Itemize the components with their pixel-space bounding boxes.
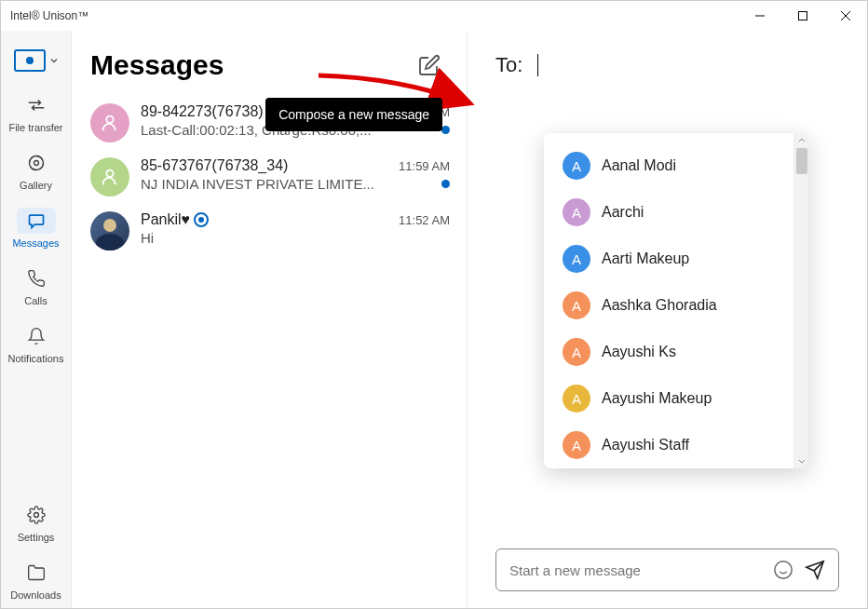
contact-avatar: A bbox=[563, 152, 590, 180]
file-transfer-icon bbox=[26, 95, 47, 115]
contact-avatar: A bbox=[563, 198, 590, 226]
avatar-photo bbox=[90, 211, 129, 250]
contact-name: Aayushi Makeup bbox=[602, 390, 712, 407]
emoji-icon bbox=[773, 560, 793, 580]
contacts-list[interactable]: AAanal ModiAAarchiAAarti MakeupAAashka G… bbox=[544, 133, 793, 468]
sidebar: File transfer Gallery Messages Calls Not… bbox=[1, 31, 72, 608]
contact-name: Aarti Makeup bbox=[602, 250, 689, 267]
scrollbar-down[interactable] bbox=[794, 453, 808, 468]
contact-item[interactable]: AAanal Modi bbox=[544, 142, 793, 189]
target-icon bbox=[194, 212, 209, 227]
contact-avatar: A bbox=[563, 385, 590, 413]
sidebar-label: Messages bbox=[12, 237, 59, 249]
contact-name: Aayushi Staff bbox=[602, 437, 689, 453]
sidebar-label: Calls bbox=[24, 295, 47, 306]
conversation-name: 89-842273(76738) bbox=[141, 103, 264, 120]
contact-avatar: A bbox=[563, 431, 590, 459]
sidebar-item-downloads[interactable]: Downloads bbox=[1, 550, 71, 608]
contact-item[interactable]: AAayushi Makeup bbox=[544, 375, 793, 422]
unread-indicator bbox=[441, 180, 450, 188]
scrollbar[interactable] bbox=[793, 133, 808, 468]
compose-tooltip: Compose a new message bbox=[265, 98, 442, 131]
bell-icon bbox=[27, 327, 46, 345]
svg-point-6 bbox=[34, 513, 38, 518]
sidebar-label: Notifications bbox=[8, 353, 64, 364]
device-selector[interactable] bbox=[1, 38, 71, 83]
messages-title: Messages bbox=[90, 49, 224, 81]
person-icon bbox=[100, 167, 120, 187]
sidebar-label: Settings bbox=[18, 532, 55, 543]
sidebar-label: Downloads bbox=[10, 589, 61, 601]
chevron-down-icon bbox=[798, 457, 806, 465]
gallery-icon bbox=[27, 154, 46, 172]
conversation-body: 85-673767(76738_34) 11:59 AM NJ INDIA IN… bbox=[141, 157, 450, 196]
compose-button[interactable] bbox=[416, 52, 442, 78]
close-button[interactable] bbox=[824, 1, 867, 31]
sidebar-item-calls[interactable]: Calls bbox=[1, 256, 71, 314]
to-field[interactable]: To: bbox=[468, 31, 867, 100]
sidebar-label: Gallery bbox=[20, 180, 52, 191]
sidebar-item-settings[interactable]: Settings bbox=[1, 493, 71, 550]
to-input[interactable] bbox=[537, 54, 839, 76]
svg-point-7 bbox=[106, 116, 113, 123]
contact-item[interactable]: AAarti Makeup bbox=[544, 236, 793, 282]
messages-icon bbox=[27, 211, 46, 230]
chevron-down-icon bbox=[49, 56, 59, 65]
scrollbar-up[interactable] bbox=[794, 133, 808, 148]
window-controls bbox=[739, 1, 867, 31]
svg-point-8 bbox=[106, 170, 113, 177]
contact-name: Aashka Ghoradia bbox=[602, 297, 717, 314]
sidebar-item-messages[interactable]: Messages bbox=[1, 198, 71, 256]
window-title: Intel® Unison™ bbox=[10, 9, 88, 22]
svg-rect-1 bbox=[799, 12, 807, 20]
avatar bbox=[90, 103, 129, 142]
conversation-item[interactable]: 85-673767(76738_34) 11:59 AM NJ INDIA IN… bbox=[90, 157, 459, 196]
contact-item[interactable]: AAarchi bbox=[544, 189, 793, 236]
conversation-time: 11:59 AM bbox=[399, 159, 450, 173]
contact-name: Aarchi bbox=[602, 204, 644, 221]
contact-avatar: A bbox=[563, 338, 590, 366]
contact-name: Aayushi Ks bbox=[602, 344, 676, 360]
conversation-body: Pankil♥ 11:52 AM Hi bbox=[141, 211, 450, 250]
sidebar-item-file-transfer[interactable]: File transfer bbox=[1, 83, 71, 141]
sidebar-label: File transfer bbox=[8, 122, 62, 133]
contact-item[interactable]: AAayushi Ks bbox=[544, 329, 793, 375]
minimize-icon bbox=[754, 10, 766, 21]
contact-avatar: A bbox=[563, 245, 590, 273]
compose-icon bbox=[418, 54, 441, 76]
contact-item[interactable]: AAayushi Staff bbox=[544, 422, 793, 468]
titlebar: Intel® Unison™ bbox=[1, 1, 867, 31]
send-button[interactable] bbox=[805, 560, 825, 580]
conversation-name: Pankil♥ bbox=[141, 211, 209, 228]
maximize-icon bbox=[797, 10, 808, 21]
conversation-name: 85-673767(76738_34) bbox=[141, 157, 288, 174]
sidebar-item-gallery[interactable]: Gallery bbox=[1, 141, 71, 198]
avatar bbox=[90, 157, 129, 196]
messages-panel: Messages Compose a new message 89-842273… bbox=[72, 31, 467, 608]
sidebar-item-notifications[interactable]: Notifications bbox=[1, 314, 71, 372]
emoji-button[interactable] bbox=[773, 560, 793, 580]
text-cursor bbox=[537, 54, 538, 76]
app-window: Intel® Unison™ File transfer bbox=[0, 0, 868, 609]
conversation-item[interactable]: Pankil♥ 11:52 AM Hi bbox=[90, 211, 459, 250]
unread-indicator bbox=[441, 126, 450, 134]
gear-icon bbox=[27, 506, 46, 524]
minimize-button[interactable] bbox=[739, 1, 781, 31]
contact-item[interactable]: AAashka Ghoradia bbox=[544, 282, 793, 329]
maximize-button[interactable] bbox=[781, 1, 824, 31]
message-input[interactable] bbox=[509, 562, 762, 578]
conversation-time: 11:52 AM bbox=[399, 213, 450, 227]
person-icon bbox=[100, 113, 120, 133]
scrollbar-thumb[interactable] bbox=[796, 148, 807, 174]
close-icon bbox=[840, 10, 851, 21]
send-icon bbox=[805, 560, 825, 580]
conversation-preview: Hi bbox=[141, 230, 154, 246]
calls-icon bbox=[27, 269, 46, 288]
contacts-dropdown: AAanal ModiAAarchiAAarti MakeupAAashka G… bbox=[544, 133, 808, 468]
message-input-bar bbox=[495, 548, 839, 591]
device-icon bbox=[14, 49, 46, 72]
folder-icon bbox=[27, 563, 46, 582]
chevron-up-icon bbox=[798, 137, 806, 144]
contact-name: Aanal Modi bbox=[602, 157, 676, 174]
contact-avatar: A bbox=[563, 291, 590, 319]
